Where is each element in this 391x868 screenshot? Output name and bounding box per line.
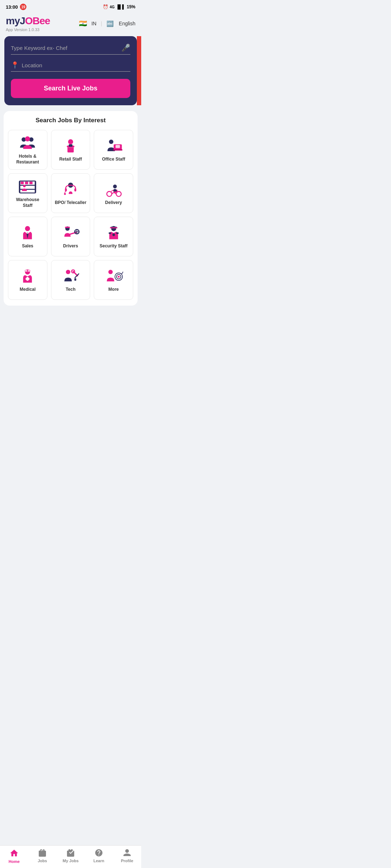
job-card-bpo[interactable]: BPO/ Telecaller: [51, 173, 91, 213]
retail-label: Retail Staff: [59, 157, 82, 162]
svg-point-55: [118, 276, 119, 278]
hotels-icon: [18, 136, 37, 152]
svg-point-7: [109, 140, 113, 144]
search-live-jobs-button[interactable]: Search Live Jobs: [11, 79, 130, 98]
bpo-label: BPO/ Telecaller: [55, 200, 86, 206]
more-icon: [104, 269, 123, 285]
svg-point-52: [108, 270, 113, 274]
search-panel-wrapper: 🎤 📍 Search Live Jobs Government Schemes: [4, 36, 137, 105]
location-input[interactable]: [22, 62, 130, 68]
app-version: App Version 1.0.33: [6, 27, 50, 32]
job-card-more[interactable]: More: [94, 260, 133, 300]
alarm-icon: ⏰: [103, 4, 108, 9]
svg-point-2: [25, 136, 30, 141]
drivers-icon: [61, 225, 80, 241]
location-input-row: 📍: [11, 61, 130, 72]
logo-ob: OB: [25, 15, 39, 26]
data-icon: 4G: [110, 5, 114, 9]
svg-point-28: [25, 226, 30, 231]
keyword-input[interactable]: [11, 45, 121, 51]
svg-point-47: [66, 270, 70, 274]
svg-point-27: [113, 184, 117, 188]
job-card-delivery[interactable]: Delivery: [94, 173, 133, 213]
status-bar: 13:00 19 ⏰ 4G ▐▌▌ 15%: [0, 0, 141, 12]
svg-point-23: [64, 193, 66, 195]
logo-ee: ee: [39, 15, 50, 26]
signal-icon: ▐▌▌: [116, 4, 125, 9]
svg-rect-13: [20, 189, 36, 190]
svg-rect-17: [25, 182, 28, 184]
svg-rect-9: [113, 149, 122, 150]
svg-rect-44: [27, 271, 28, 272]
svg-rect-5: [67, 148, 73, 153]
interest-section: Search Jobs By Interest Hotels & Restaur…: [4, 111, 138, 306]
location-pin-icon: 📍: [11, 61, 19, 69]
interest-section-title: Search Jobs By Interest: [8, 117, 133, 124]
svg-point-39: [112, 234, 115, 236]
job-card-tech[interactable]: Tech: [51, 260, 91, 300]
hotels-label: Hotels & Restaurant: [11, 154, 44, 165]
app-header: myJOBee App Version 1.0.33 🇮🇳 IN | 🔤 Eng…: [0, 12, 141, 36]
search-panel: 🎤 📍 Search Live Jobs: [4, 36, 137, 105]
svg-rect-51: [74, 278, 76, 281]
logo-my: my: [6, 15, 20, 26]
job-card-warehouse[interactable]: Warehouse Staff: [8, 173, 47, 213]
system-icons: ⏰ 4G ▐▌▌ 15%: [103, 4, 135, 9]
svg-point-3: [68, 139, 73, 144]
drivers-label: Drivers: [63, 243, 78, 249]
language-selector[interactable]: 🇮🇳 IN | 🔤 English: [79, 20, 135, 27]
logo-jo: J: [20, 15, 25, 26]
svg-rect-38: [110, 227, 117, 229]
warehouse-label: Warehouse Staff: [11, 197, 44, 208]
svg-rect-46: [26, 278, 29, 280]
job-card-retail[interactable]: Retail Staff: [51, 130, 91, 170]
svg-rect-31: [65, 227, 70, 228]
job-card-security[interactable]: Security Staff: [94, 217, 133, 256]
job-card-sales[interactable]: Sales: [8, 217, 47, 256]
job-card-medical[interactable]: Medical: [8, 260, 47, 300]
language-label: English: [119, 21, 135, 26]
svg-rect-40: [109, 233, 111, 234]
security-label: Security Staff: [100, 243, 127, 249]
translate-icon: 🔤: [106, 20, 114, 27]
office-label: Office Staff: [102, 157, 125, 162]
svg-rect-18: [30, 182, 33, 184]
security-icon: [104, 225, 123, 241]
keyword-input-row: 🎤: [11, 43, 130, 55]
job-card-office[interactable]: Office Staff: [94, 130, 133, 170]
medical-icon: [18, 269, 37, 285]
sales-icon: [18, 225, 37, 241]
delivery-label: Delivery: [105, 200, 122, 206]
svg-rect-14: [20, 181, 21, 193]
delivery-icon: [104, 182, 123, 198]
medical-label: Medical: [20, 287, 35, 293]
more-label: More: [108, 287, 119, 293]
warehouse-icon: [18, 179, 37, 195]
flag-icon: 🇮🇳: [79, 20, 87, 27]
svg-rect-16: [21, 182, 24, 184]
battery: 15%: [127, 4, 135, 9]
svg-point-24: [107, 192, 112, 197]
svg-rect-15: [35, 181, 36, 193]
divider: |: [101, 21, 102, 26]
jobs-grid: Hotels & Restaurant Retail Staff: [8, 130, 133, 300]
svg-line-48: [73, 271, 77, 276]
logo-area: myJOBee App Version 1.0.33: [6, 15, 50, 32]
government-schemes-tab[interactable]: Government Schemes: [137, 36, 141, 105]
tech-label: Tech: [66, 287, 75, 293]
svg-rect-6: [69, 144, 72, 147]
retail-icon: [61, 139, 80, 154]
job-card-hotels[interactable]: Hotels & Restaurant: [8, 130, 47, 170]
office-icon: [104, 139, 123, 154]
sales-label: Sales: [22, 243, 33, 249]
svg-rect-22: [74, 188, 76, 192]
microphone-icon[interactable]: 🎤: [121, 43, 130, 52]
app-logo: myJOBee: [6, 15, 50, 27]
job-card-drivers[interactable]: Drivers: [51, 217, 91, 256]
tech-icon: [61, 269, 80, 285]
country-code: IN: [91, 21, 96, 26]
svg-marker-57: [122, 271, 123, 273]
time: 13:00: [6, 4, 18, 10]
svg-rect-10: [115, 145, 120, 148]
svg-point-19: [23, 185, 26, 187]
